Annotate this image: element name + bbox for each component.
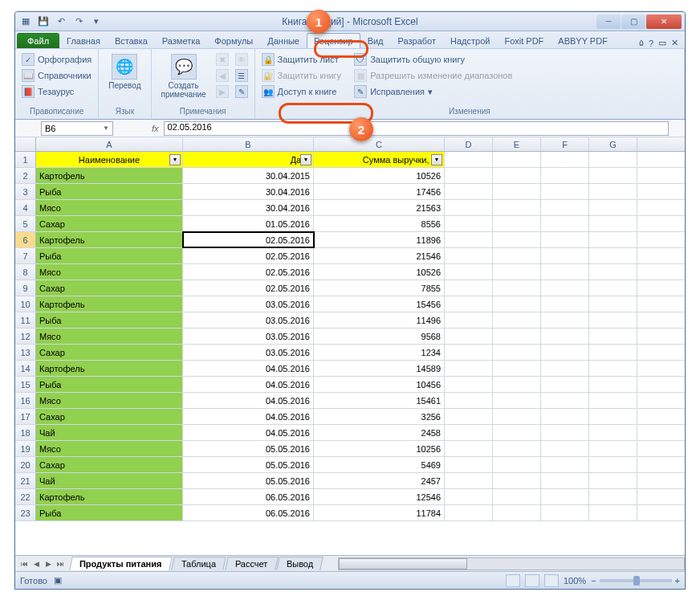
empty-cell[interactable] bbox=[589, 296, 637, 312]
data-cell[interactable]: 02.05.2016 bbox=[183, 248, 314, 263]
thesaurus-button[interactable]: 📕Тезаурус bbox=[20, 84, 93, 99]
empty-cell[interactable] bbox=[493, 248, 541, 263]
data-cell[interactable]: 12546 bbox=[314, 489, 445, 504]
empty-cell[interactable] bbox=[445, 377, 493, 392]
empty-cell[interactable] bbox=[445, 296, 493, 312]
data-cell[interactable]: 30.04.2016 bbox=[183, 200, 314, 215]
empty-cell[interactable] bbox=[445, 425, 493, 440]
show-ink-button[interactable]: ✎ bbox=[234, 84, 250, 99]
data-cell[interactable]: 2457 bbox=[314, 473, 445, 488]
empty-cell[interactable] bbox=[589, 232, 637, 247]
row-header[interactable]: 11 bbox=[15, 312, 36, 328]
empty-cell[interactable] bbox=[493, 505, 541, 520]
data-cell[interactable]: 02.05.2016 bbox=[183, 232, 314, 247]
data-cell[interactable]: 02.05.2016 bbox=[183, 280, 314, 296]
data-cell[interactable]: 04.05.2016 bbox=[183, 361, 314, 376]
data-cell[interactable]: 8556 bbox=[314, 216, 445, 231]
empty-cell[interactable] bbox=[541, 184, 589, 199]
window-close-icon[interactable]: ✕ bbox=[671, 38, 678, 48]
row-header[interactable]: 6 bbox=[15, 232, 36, 247]
data-cell[interactable]: 9568 bbox=[314, 329, 445, 344]
data-cell[interactable]: Картофель bbox=[36, 168, 183, 183]
empty-cell[interactable] bbox=[541, 361, 589, 376]
filter-dropdown-icon[interactable]: ▼ bbox=[169, 154, 181, 165]
macro-record-icon[interactable]: ▣ bbox=[54, 575, 62, 586]
fx-icon[interactable]: fx bbox=[152, 124, 159, 133]
row-header[interactable]: 15 bbox=[15, 377, 36, 392]
formula-input[interactable]: 02.05.2016 bbox=[164, 121, 669, 136]
data-cell[interactable]: 11496 bbox=[314, 312, 445, 328]
empty-cell[interactable] bbox=[589, 505, 637, 520]
empty-cell[interactable] bbox=[493, 473, 541, 488]
data-cell[interactable]: 05.05.2016 bbox=[183, 473, 314, 488]
row-header[interactable]: 13 bbox=[15, 345, 36, 360]
row-header[interactable]: 12 bbox=[15, 329, 36, 344]
empty-cell[interactable] bbox=[493, 312, 541, 328]
empty-cell[interactable] bbox=[541, 505, 589, 520]
row-header[interactable]: 10 bbox=[15, 296, 36, 312]
empty-cell[interactable] bbox=[493, 377, 541, 392]
empty-cell[interactable] bbox=[493, 489, 541, 504]
empty-cell[interactable] bbox=[541, 329, 589, 344]
empty-cell[interactable] bbox=[445, 457, 493, 472]
minimize-button[interactable]: ─ bbox=[596, 14, 621, 29]
empty-cell[interactable] bbox=[541, 248, 589, 263]
empty-cell[interactable] bbox=[493, 457, 541, 472]
empty-cell[interactable] bbox=[541, 473, 589, 488]
spelling-button[interactable]: ✓Орфография bbox=[20, 52, 93, 67]
empty-cell[interactable] bbox=[541, 457, 589, 472]
empty-cell[interactable] bbox=[445, 441, 493, 456]
empty-cell[interactable] bbox=[445, 409, 493, 424]
sheet-nav-next-icon[interactable]: ▶ bbox=[43, 560, 54, 568]
zoom-slider[interactable] bbox=[600, 579, 672, 582]
tab-file[interactable]: Файл bbox=[17, 33, 59, 48]
undo-icon[interactable]: ↶ bbox=[54, 14, 68, 29]
sheet-tab[interactable]: Вывод bbox=[276, 557, 324, 570]
data-cell[interactable]: 03.05.2016 bbox=[183, 312, 314, 328]
empty-cell[interactable] bbox=[445, 232, 493, 247]
empty-cell[interactable] bbox=[445, 505, 493, 520]
data-cell[interactable]: 5469 bbox=[314, 457, 445, 472]
empty-cell[interactable] bbox=[541, 168, 589, 183]
empty-cell[interactable] bbox=[445, 248, 493, 263]
select-all-corner[interactable] bbox=[15, 137, 36, 151]
row-header[interactable]: 17 bbox=[15, 409, 36, 424]
column-header-G[interactable]: G bbox=[589, 137, 637, 151]
row-header[interactable]: 3 bbox=[15, 184, 36, 199]
empty-cell[interactable] bbox=[493, 296, 541, 312]
empty-cell[interactable] bbox=[493, 345, 541, 360]
data-cell[interactable]: 30.04.2016 bbox=[183, 184, 314, 199]
data-cell[interactable]: 11896 bbox=[314, 232, 445, 247]
empty-cell[interactable] bbox=[541, 152, 589, 167]
empty-cell[interactable] bbox=[541, 393, 589, 408]
data-cell[interactable]: Картофель bbox=[36, 489, 183, 504]
empty-cell[interactable] bbox=[589, 248, 637, 263]
empty-cell[interactable] bbox=[589, 264, 637, 280]
horizontal-scrollbar[interactable] bbox=[338, 557, 685, 570]
data-cell[interactable]: 15456 bbox=[314, 296, 445, 312]
empty-cell[interactable] bbox=[589, 473, 637, 488]
track-changes-button[interactable]: ✎Исправления ▾ bbox=[352, 84, 514, 99]
translate-button[interactable]: 🌐 Перевод bbox=[104, 52, 145, 92]
data-cell[interactable]: 21563 bbox=[314, 200, 445, 215]
empty-cell[interactable] bbox=[445, 152, 493, 167]
data-cell[interactable]: 04.05.2016 bbox=[183, 425, 314, 440]
ribbon-minimize-icon[interactable]: ۵ bbox=[639, 38, 644, 48]
empty-cell[interactable] bbox=[493, 329, 541, 344]
data-cell[interactable]: Сахар bbox=[36, 216, 183, 231]
empty-cell[interactable] bbox=[541, 264, 589, 280]
empty-cell[interactable] bbox=[493, 184, 541, 199]
zoom-label[interactable]: 100% bbox=[564, 576, 586, 586]
column-header-B[interactable]: B bbox=[183, 137, 314, 151]
empty-cell[interactable] bbox=[541, 200, 589, 215]
data-cell[interactable]: 3256 bbox=[314, 409, 445, 424]
empty-cell[interactable] bbox=[589, 312, 637, 328]
view-normal-button[interactable] bbox=[506, 574, 520, 587]
row-header[interactable]: 14 bbox=[15, 361, 36, 376]
maximize-button[interactable]: ▢ bbox=[621, 14, 645, 29]
row-header[interactable]: 4 bbox=[15, 200, 36, 215]
empty-cell[interactable] bbox=[493, 393, 541, 408]
empty-cell[interactable] bbox=[493, 168, 541, 183]
empty-cell[interactable] bbox=[589, 441, 637, 456]
row-header[interactable]: 5 bbox=[15, 216, 36, 231]
